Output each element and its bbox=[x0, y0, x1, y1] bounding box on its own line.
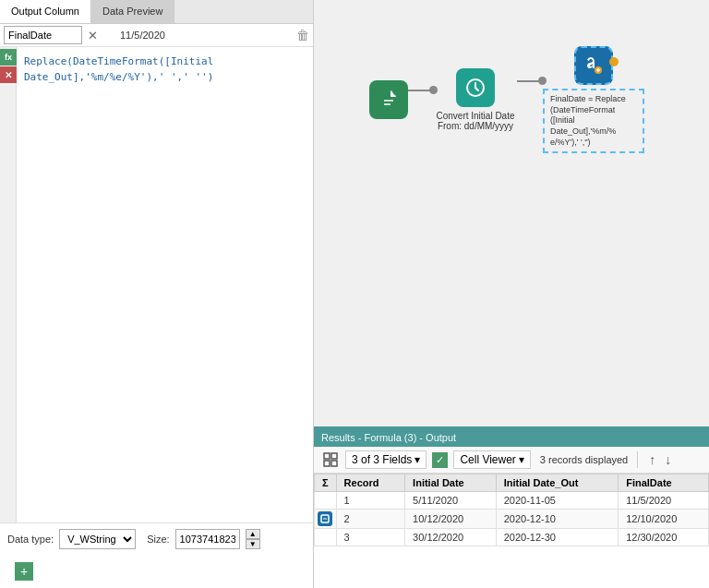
input-node bbox=[369, 80, 408, 119]
fields-dropdown[interactable]: 3 of 3 Fields ▾ bbox=[345, 450, 427, 469]
connector-2 bbox=[517, 80, 543, 82]
formula-node-icon bbox=[574, 46, 613, 85]
formula-node-box: FinalDate = Replace (DateTimeFormat ([In… bbox=[543, 89, 644, 153]
main-content: Replace(DateTimeFormat([InitialDate_Out]… bbox=[17, 47, 313, 522]
canvas-area: Convert Initial Date From: dd/MM/yyyy bbox=[314, 0, 709, 426]
table-row: 1 5/11/2020 2020-11-05 11/5/2020 bbox=[315, 492, 709, 510]
right-panel: Convert Initial Date From: dd/MM/yyyy bbox=[314, 0, 709, 588]
results-table: Σ Record Initial Date Initial Date_Out F… bbox=[314, 474, 709, 546]
row-1-record: 1 bbox=[336, 492, 405, 510]
size-input[interactable] bbox=[175, 529, 240, 549]
row-3-icon-cell bbox=[315, 529, 337, 546]
field-name-input[interactable] bbox=[4, 26, 82, 44]
tab-data-preview[interactable]: Data Preview bbox=[91, 0, 174, 23]
col-initial-date-out: Initial Date_Out bbox=[496, 474, 619, 492]
workflow: Convert Initial Date From: dd/MM/yyyy bbox=[369, 46, 644, 153]
row-2-record: 2 bbox=[336, 510, 405, 529]
sort-up-button[interactable]: ↑ bbox=[647, 452, 657, 467]
input-node-icon bbox=[369, 80, 408, 119]
row-3-final-date: 12/30/2020 bbox=[619, 529, 709, 546]
row-3-initial-date-out: 2020-12-30 bbox=[496, 529, 619, 546]
datatype-row: Data type: V_WString Size: ▲ ▼ bbox=[0, 522, 313, 555]
transform-node-icon bbox=[456, 68, 495, 107]
svg-rect-2 bbox=[324, 453, 330, 459]
connector-1 bbox=[408, 90, 434, 91]
tab-output-column[interactable]: Output Column bbox=[0, 0, 91, 23]
table-row: 3 30/12/2020 2020-12-30 12/30/2020 bbox=[315, 529, 709, 546]
left-panel: Output Column Data Preview ✕ 11/5/2020 🗑… bbox=[0, 0, 314, 588]
svg-rect-4 bbox=[324, 461, 330, 466]
results-toolbar: 3 of 3 Fields ▾ ✓ Cell Viewer ▾ 3 record… bbox=[314, 447, 709, 474]
spinner-up[interactable]: ▲ bbox=[246, 529, 260, 539]
delete-button[interactable]: 🗑 bbox=[296, 28, 309, 42]
row-1-initial-date-out: 2020-11-05 bbox=[496, 492, 619, 510]
grid-icon[interactable] bbox=[321, 450, 340, 469]
panel-header: Output Column Data Preview bbox=[0, 0, 313, 24]
side-buttons: fx ✕ bbox=[0, 47, 17, 522]
results-header: Results - Formula (3) - Output bbox=[314, 428, 709, 447]
results-panel: Results - Formula (3) - Output 3 of 3 Fi… bbox=[314, 426, 709, 588]
row-2-icon-cell bbox=[315, 510, 337, 529]
transform-node-label: Convert Initial Date From: dd/MM/yyyy bbox=[434, 111, 517, 131]
preview-value: 11/5/2020 bbox=[114, 30, 296, 41]
spinner-down[interactable]: ▼ bbox=[246, 539, 260, 549]
row-2-initial-date: 10/12/2020 bbox=[405, 510, 497, 529]
spinner: ▲ ▼ bbox=[246, 529, 260, 549]
viewer-chevron: ▾ bbox=[519, 453, 524, 466]
check-button[interactable]: ✓ bbox=[432, 452, 448, 468]
row-1-icon-cell bbox=[315, 492, 337, 510]
row-2-final-date: 12/10/2020 bbox=[619, 510, 709, 529]
add-row-container: + bbox=[0, 555, 313, 588]
size-label: Size: bbox=[147, 534, 169, 545]
fields-label: 3 of 3 Fields bbox=[352, 453, 412, 466]
row-3-initial-date: 30/12/2020 bbox=[405, 529, 497, 546]
field-name-container: ✕ bbox=[4, 26, 114, 44]
col-final-date: FinalDate bbox=[619, 474, 709, 492]
row-2-icon bbox=[318, 511, 332, 526]
datatype-label: Data type: bbox=[7, 534, 54, 545]
col-record: Record bbox=[336, 474, 405, 492]
row-1-final-date: 11/5/2020 bbox=[619, 492, 709, 510]
formula-node: FinalDate = Replace (DateTimeFormat ([In… bbox=[543, 46, 644, 153]
divider bbox=[637, 451, 638, 468]
sort-down-button[interactable]: ↓ bbox=[663, 452, 673, 467]
clear-button[interactable]: ✕ bbox=[86, 29, 100, 42]
row-1-initial-date: 5/11/2020 bbox=[405, 492, 497, 510]
records-label: 3 records displayed bbox=[540, 454, 628, 465]
x-button[interactable]: ✕ bbox=[0, 66, 17, 83]
row-2-initial-date-out: 2020-12-10 bbox=[496, 510, 619, 529]
row-3-record: 3 bbox=[336, 529, 405, 546]
viewer-dropdown[interactable]: Cell Viewer ▾ bbox=[453, 450, 530, 469]
content-area: fx ✕ Replace(DateTimeFormat([InitialDate… bbox=[0, 47, 313, 522]
table-header-row: Σ Record Initial Date Initial Date_Out F… bbox=[315, 474, 709, 492]
formula-text: Replace(DateTimeFormat([InitialDate_Out]… bbox=[24, 54, 306, 85]
add-row-button[interactable]: + bbox=[15, 562, 33, 581]
transform-node: Convert Initial Date From: dd/MM/yyyy bbox=[434, 68, 517, 131]
col-sigma: Σ bbox=[315, 474, 337, 492]
anchor-dot bbox=[609, 57, 619, 66]
formula-editor[interactable]: Replace(DateTimeFormat([InitialDate_Out]… bbox=[17, 47, 313, 522]
table-row: 2 10/12/2020 2020-12-10 12/10/2020 bbox=[315, 510, 709, 529]
col-initial-date: Initial Date bbox=[405, 474, 497, 492]
fields-chevron: ▾ bbox=[415, 453, 420, 466]
viewer-label: Cell Viewer bbox=[460, 453, 515, 466]
svg-rect-3 bbox=[331, 453, 337, 459]
svg-rect-5 bbox=[331, 461, 337, 466]
datatype-select[interactable]: V_WString bbox=[59, 529, 136, 549]
fx-button[interactable]: fx bbox=[0, 49, 17, 66]
formula-row: ✕ 11/5/2020 🗑 bbox=[0, 24, 313, 47]
